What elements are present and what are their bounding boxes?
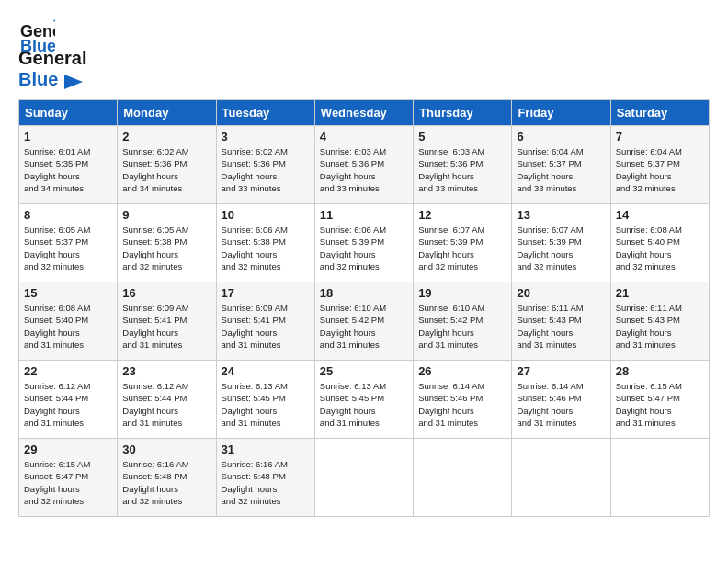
calendar-cell: 18Sunrise: 6:10 AMSunset: 5:42 PMDayligh… <box>314 282 413 361</box>
day-number: 15 <box>24 286 112 300</box>
calendar-cell: 15Sunrise: 6:08 AMSunset: 5:40 PMDayligh… <box>19 282 118 361</box>
day-number: 19 <box>418 286 506 300</box>
day-info: Sunrise: 6:16 AMSunset: 5:48 PMDaylight … <box>222 458 310 507</box>
calendar-cell: 23Sunrise: 6:12 AMSunset: 5:44 PMDayligh… <box>118 361 216 439</box>
calendar-cell: 4Sunrise: 6:03 AMSunset: 5:36 PMDaylight… <box>314 126 413 204</box>
calendar-cell: 8Sunrise: 6:05 AMSunset: 5:37 PMDaylight… <box>19 204 118 282</box>
day-number: 27 <box>517 364 605 378</box>
weekday-header-row: SundayMondayTuesdayWednesdayThursdayFrid… <box>19 100 710 126</box>
weekday-tuesday: Tuesday <box>216 100 314 126</box>
day-number: 17 <box>222 286 310 300</box>
day-number: 5 <box>418 130 506 144</box>
day-info: Sunrise: 6:15 AMSunset: 5:47 PMDaylight … <box>616 380 704 429</box>
day-number: 24 <box>222 364 310 378</box>
weekday-sunday: Sunday <box>19 100 118 126</box>
logo-arrow-icon <box>64 75 83 89</box>
calendar-body: 1Sunrise: 6:01 AMSunset: 5:35 PMDaylight… <box>19 126 710 517</box>
day-info: Sunrise: 6:08 AMSunset: 5:40 PMDaylight … <box>616 224 704 272</box>
weekday-friday: Friday <box>512 100 610 126</box>
weekday-monday: Monday <box>118 100 216 126</box>
calendar-cell: 24Sunrise: 6:13 AMSunset: 5:45 PMDayligh… <box>216 361 314 439</box>
day-info: Sunrise: 6:11 AMSunset: 5:43 PMDaylight … <box>616 302 704 350</box>
calendar-cell: 19Sunrise: 6:10 AMSunset: 5:42 PMDayligh… <box>414 282 512 361</box>
day-info: Sunrise: 6:12 AMSunset: 5:44 PMDaylight … <box>122 380 210 429</box>
calendar-cell <box>314 439 413 517</box>
day-number: 14 <box>616 208 704 222</box>
day-info: Sunrise: 6:13 AMSunset: 5:45 PMDaylight … <box>222 380 310 429</box>
day-info: Sunrise: 6:04 AMSunset: 5:37 PMDaylight … <box>616 145 704 194</box>
calendar-cell <box>610 439 709 517</box>
day-number: 6 <box>517 130 605 144</box>
day-number: 30 <box>122 442 210 456</box>
day-info: Sunrise: 6:06 AMSunset: 5:38 PMDaylight … <box>222 224 310 272</box>
calendar-cell: 20Sunrise: 6:11 AMSunset: 5:43 PMDayligh… <box>512 282 610 361</box>
weekday-saturday: Saturday <box>610 100 709 126</box>
day-number: 22 <box>24 364 112 378</box>
day-info: Sunrise: 6:15 AMSunset: 5:47 PMDaylight … <box>24 458 112 507</box>
page-header: General Blue General Blue <box>18 18 710 90</box>
calendar-cell: 3Sunrise: 6:02 AMSunset: 5:36 PMDaylight… <box>216 126 314 204</box>
day-info: Sunrise: 6:07 AMSunset: 5:39 PMDaylight … <box>517 224 605 272</box>
week-row-3: 15Sunrise: 6:08 AMSunset: 5:40 PMDayligh… <box>19 282 710 361</box>
logo-general: General <box>18 48 86 68</box>
day-number: 13 <box>517 208 605 222</box>
week-row-4: 22Sunrise: 6:12 AMSunset: 5:44 PMDayligh… <box>19 361 710 439</box>
day-info: Sunrise: 6:09 AMSunset: 5:41 PMDaylight … <box>122 302 210 350</box>
calendar-cell: 14Sunrise: 6:08 AMSunset: 5:40 PMDayligh… <box>610 204 709 282</box>
day-number: 23 <box>122 364 210 378</box>
day-info: Sunrise: 6:12 AMSunset: 5:44 PMDaylight … <box>24 380 112 429</box>
day-number: 3 <box>222 130 310 144</box>
calendar-cell: 5Sunrise: 6:03 AMSunset: 5:36 PMDaylight… <box>414 126 512 204</box>
calendar-cell: 21Sunrise: 6:11 AMSunset: 5:43 PMDayligh… <box>610 282 709 361</box>
day-number: 10 <box>222 208 310 222</box>
day-info: Sunrise: 6:10 AMSunset: 5:42 PMDaylight … <box>320 302 408 350</box>
calendar-cell: 7Sunrise: 6:04 AMSunset: 5:37 PMDaylight… <box>610 126 709 204</box>
calendar-cell: 25Sunrise: 6:13 AMSunset: 5:45 PMDayligh… <box>314 361 413 439</box>
day-info: Sunrise: 6:03 AMSunset: 5:36 PMDaylight … <box>418 145 506 194</box>
day-number: 9 <box>122 208 210 222</box>
day-info: Sunrise: 6:13 AMSunset: 5:45 PMDaylight … <box>320 380 408 429</box>
day-number: 4 <box>320 130 408 144</box>
day-number: 26 <box>418 364 506 378</box>
weekday-wednesday: Wednesday <box>314 100 413 126</box>
calendar-cell: 13Sunrise: 6:07 AMSunset: 5:39 PMDayligh… <box>512 204 610 282</box>
calendar-cell: 28Sunrise: 6:15 AMSunset: 5:47 PMDayligh… <box>610 361 709 439</box>
calendar-cell <box>414 439 512 517</box>
logo-blue: Blue <box>18 69 58 89</box>
calendar-cell: 11Sunrise: 6:06 AMSunset: 5:39 PMDayligh… <box>314 204 413 282</box>
day-info: Sunrise: 6:05 AMSunset: 5:38 PMDaylight … <box>122 224 210 272</box>
calendar-cell: 26Sunrise: 6:14 AMSunset: 5:46 PMDayligh… <box>414 361 512 439</box>
calendar-cell: 22Sunrise: 6:12 AMSunset: 5:44 PMDayligh… <box>19 361 118 439</box>
calendar-cell: 31Sunrise: 6:16 AMSunset: 5:48 PMDayligh… <box>216 439 314 517</box>
day-info: Sunrise: 6:02 AMSunset: 5:36 PMDaylight … <box>222 145 310 194</box>
day-number: 11 <box>320 208 408 222</box>
day-number: 8 <box>24 208 112 222</box>
day-info: Sunrise: 6:08 AMSunset: 5:40 PMDaylight … <box>24 302 112 350</box>
day-number: 16 <box>122 286 210 300</box>
day-info: Sunrise: 6:04 AMSunset: 5:37 PMDaylight … <box>517 145 605 194</box>
day-info: Sunrise: 6:10 AMSunset: 5:42 PMDaylight … <box>418 302 506 350</box>
day-info: Sunrise: 6:07 AMSunset: 5:39 PMDaylight … <box>418 224 506 272</box>
calendar-cell: 1Sunrise: 6:01 AMSunset: 5:35 PMDaylight… <box>19 126 118 204</box>
calendar-table: SundayMondayTuesdayWednesdayThursdayFrid… <box>18 99 710 517</box>
svg-marker-3 <box>64 75 83 89</box>
calendar-cell: 30Sunrise: 6:16 AMSunset: 5:48 PMDayligh… <box>118 439 216 517</box>
day-number: 28 <box>616 364 704 378</box>
day-info: Sunrise: 6:09 AMSunset: 5:41 PMDaylight … <box>222 302 310 350</box>
day-number: 31 <box>222 442 310 456</box>
week-row-2: 8Sunrise: 6:05 AMSunset: 5:37 PMDaylight… <box>19 204 710 282</box>
day-info: Sunrise: 6:01 AMSunset: 5:35 PMDaylight … <box>24 145 112 194</box>
week-row-1: 1Sunrise: 6:01 AMSunset: 5:35 PMDaylight… <box>19 126 710 204</box>
week-row-5: 29Sunrise: 6:15 AMSunset: 5:47 PMDayligh… <box>19 439 710 517</box>
day-info: Sunrise: 6:14 AMSunset: 5:46 PMDaylight … <box>517 380 605 429</box>
day-number: 21 <box>616 286 704 300</box>
day-number: 2 <box>122 130 210 144</box>
calendar-cell: 17Sunrise: 6:09 AMSunset: 5:41 PMDayligh… <box>216 282 314 361</box>
day-number: 25 <box>320 364 408 378</box>
day-number: 1 <box>24 130 112 144</box>
calendar-cell: 27Sunrise: 6:14 AMSunset: 5:46 PMDayligh… <box>512 361 610 439</box>
calendar-cell: 10Sunrise: 6:06 AMSunset: 5:38 PMDayligh… <box>216 204 314 282</box>
calendar-cell: 29Sunrise: 6:15 AMSunset: 5:47 PMDayligh… <box>19 439 118 517</box>
logo: General Blue General Blue <box>18 18 86 90</box>
calendar-cell: 6Sunrise: 6:04 AMSunset: 5:37 PMDaylight… <box>512 126 610 204</box>
